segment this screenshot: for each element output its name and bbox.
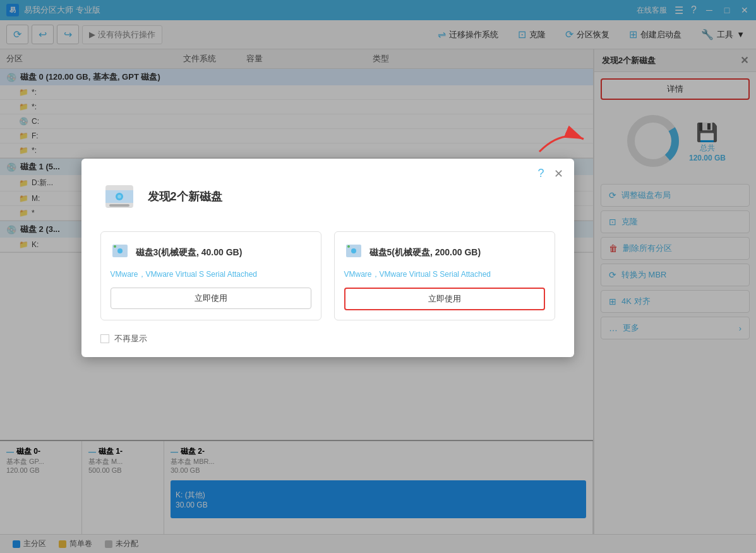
disk-5-desc: VMware，VMware Virtual S Serial Attached <box>344 269 545 280</box>
disk-3-svg <box>111 241 129 260</box>
disk-5-svg <box>344 241 363 260</box>
disk-5-card: 磁盘5(机械硬盘, 200.00 GB) VMware，VMware Virtu… <box>334 231 555 320</box>
svg-point-8 <box>117 248 123 253</box>
modal-dialog: ? ✕ 发现2个新磁盘 <box>81 159 574 357</box>
svg-point-5 <box>117 195 121 198</box>
modal-footer: 不再显示 <box>100 333 555 344</box>
modal-checkbox[interactable] <box>100 334 109 343</box>
modal-cards: 磁盘3(机械硬盘, 40.00 GB) VMware，VMware Virtua… <box>100 231 555 320</box>
modal-disk-svg <box>100 178 138 216</box>
modal-disk-icon <box>100 178 138 216</box>
disk-3-card: 磁盘3(机械硬盘, 40.00 GB) VMware，VMware Virtua… <box>100 231 321 320</box>
disk-5-header: 磁盘5(机械硬盘, 200.00 GB) <box>344 241 545 264</box>
modal-overlay: ? ✕ 发现2个新磁盘 <box>0 0 756 553</box>
disk-3-desc: VMware，VMware Virtual S Serial Attached <box>111 269 311 280</box>
disk-3-name: 磁盘3(机械硬盘, 40.00 GB) <box>136 247 243 258</box>
red-arrow <box>536 123 587 157</box>
modal-close-button[interactable]: ✕ <box>551 166 567 181</box>
svg-point-11 <box>351 248 356 253</box>
arrow-svg <box>536 123 587 155</box>
disk-3-icon <box>111 241 129 264</box>
disk-5-name: 磁盘5(机械硬盘, 200.00 GB) <box>369 247 481 258</box>
modal-help-button[interactable]: ? <box>534 166 549 181</box>
svg-point-12 <box>347 245 350 248</box>
disk-5-use-button[interactable]: 立即使用 <box>344 288 545 310</box>
disk-5-icon <box>344 241 363 264</box>
svg-point-9 <box>114 245 116 248</box>
svg-rect-6 <box>109 204 129 207</box>
modal-checkbox-label: 不再显示 <box>114 333 147 344</box>
disk-3-use-button[interactable]: 立即使用 <box>111 288 311 309</box>
disk-3-header: 磁盘3(机械硬盘, 40.00 GB) <box>111 241 311 264</box>
modal-title-area: 发现2个新磁盘 <box>100 178 555 216</box>
modal-title: 发现2个新磁盘 <box>148 189 222 204</box>
